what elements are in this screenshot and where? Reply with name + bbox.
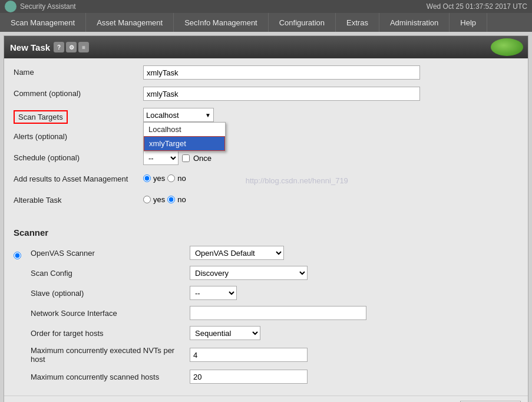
- form-area: Name Comment (optional) Scan Targets Loc…: [4, 58, 528, 222]
- alterable-yes-label: yes: [153, 195, 165, 204]
- name-input[interactable]: [143, 65, 420, 80]
- max-nvt-row: Maximum concurrently executed NVTs per h…: [31, 346, 518, 364]
- alterable-no-radio[interactable]: [167, 196, 175, 203]
- page-title-bar: New Task ? ⚙ ≡: [4, 36, 528, 58]
- nav-help[interactable]: Help: [450, 13, 487, 32]
- slave-select[interactable]: --: [190, 286, 237, 300]
- slave-label: Slave (optional): [31, 289, 190, 298]
- scanner-section: Scanner OpenVAS Scanner OpenVAS Default …: [4, 222, 528, 396]
- scan-config-label: Scan Config: [31, 269, 190, 278]
- schedule-once-checkbox[interactable]: [182, 154, 190, 162]
- popup-item-xmlytarget[interactable]: xmlyTarget: [144, 136, 225, 151]
- green-oval-decoration: [491, 38, 523, 56]
- nav-bar: Scan Management Asset Management SecInfo…: [0, 13, 532, 32]
- brand: Security Assistant: [5, 1, 76, 12]
- list-icon[interactable]: ≡: [78, 42, 89, 52]
- scanner-title: Scanner: [14, 228, 518, 240]
- scan-targets-select[interactable]: Localhost ▼: [143, 108, 214, 122]
- nav-configuration[interactable]: Configuration: [269, 13, 336, 32]
- alterable-no-label: no: [177, 195, 186, 204]
- page-title: New Task: [10, 42, 50, 52]
- add-results-yes-label: yes: [153, 174, 165, 183]
- alerts-label: Alerts (optional): [14, 130, 143, 141]
- schedule-once-label: Once: [193, 154, 212, 163]
- network-source-row: Network Source Interface: [31, 306, 518, 320]
- max-hosts-row: Maximum concurrently scanned hosts: [31, 370, 518, 384]
- nav-administration[interactable]: Administration: [379, 13, 450, 32]
- bottom-bar: Create Task: [4, 396, 528, 402]
- add-results-radio-group: yes no: [143, 172, 186, 183]
- title-icons: ? ⚙ ≡: [54, 42, 89, 52]
- scan-config-row: Scan Config Discovery Full and fast Full…: [31, 266, 518, 280]
- slave-row: Slave (optional) --: [31, 286, 518, 300]
- openvas-scanner-select[interactable]: OpenVAS Default: [190, 246, 284, 260]
- page-title-wrapper: New Task ? ⚙ ≡: [4, 36, 528, 58]
- alterable-label: Alterable Task: [14, 193, 143, 205]
- scanner-inner: OpenVAS Scanner OpenVAS Default Scan Con…: [14, 246, 518, 390]
- nav-asset-management[interactable]: Asset Management: [86, 13, 174, 32]
- schedule-row: Schedule (optional) -- Once: [14, 151, 518, 166]
- network-source-label: Network Source Interface: [31, 309, 190, 318]
- scanner-fields: OpenVAS Scanner OpenVAS Default Scan Con…: [31, 246, 518, 390]
- alterable-radio-group: yes no: [143, 193, 186, 204]
- schedule-select[interactable]: --: [143, 151, 179, 165]
- openvas-scanner-label: OpenVAS Scanner: [31, 249, 190, 258]
- openvas-scanner-row: OpenVAS Scanner OpenVAS Default: [31, 246, 518, 260]
- scan-targets-dropdown-wrapper: Localhost ▼ Localhost xmlyTarget: [143, 108, 214, 122]
- brand-logo: [5, 1, 16, 12]
- max-hosts-label: Maximum concurrently scanned hosts: [31, 373, 190, 381]
- dropdown-arrow: ▼: [205, 112, 211, 118]
- order-select[interactable]: Sequential Random Reverse: [190, 326, 260, 340]
- name-row: Name: [14, 65, 518, 81]
- schedule-controls: -- Once: [143, 151, 212, 165]
- scanner-radio-btn[interactable]: [14, 252, 21, 259]
- brand-name: Security Assistant: [20, 2, 76, 11]
- gear-icon[interactable]: ⚙: [66, 42, 77, 52]
- alterable-row: Alterable Task yes no: [14, 193, 518, 209]
- top-header: Security Assistant Wed Oct 25 01:37:52 2…: [0, 0, 532, 13]
- scan-config-select[interactable]: Discovery Full and fast Full and fast ul…: [190, 266, 308, 280]
- alterable-yes-radio[interactable]: [143, 196, 151, 203]
- add-results-row: Add results to Asset Management yes no: [14, 172, 518, 187]
- nav-secinfo-management[interactable]: SecInfo Management: [174, 13, 269, 32]
- main-content: New Task ? ⚙ ≡ Name Comment (optional) S…: [4, 35, 528, 402]
- scanner-radio: [14, 252, 21, 261]
- add-results-no-radio[interactable]: [167, 174, 175, 182]
- scan-targets-label: Scan Targets: [14, 108, 143, 124]
- max-hosts-input[interactable]: [190, 370, 308, 384]
- order-label: Order for target hosts: [31, 329, 190, 338]
- order-row: Order for target hosts Sequential Random…: [31, 326, 518, 340]
- datetime: Wed Oct 25 01:37:52 2017 UTC: [427, 2, 527, 11]
- name-label: Name: [14, 65, 143, 77]
- schedule-label: Schedule (optional): [14, 151, 143, 162]
- network-source-input[interactable]: [190, 306, 366, 320]
- comment-label: Comment (optional): [14, 87, 143, 98]
- nav-scan-management[interactable]: Scan Management: [0, 13, 86, 32]
- scan-targets-row: Scan Targets Localhost ▼ Localhost xmlyT…: [14, 108, 518, 124]
- nav-extras[interactable]: Extras: [336, 13, 379, 32]
- max-nvt-label: Maximum concurrently executed NVTs per h…: [31, 346, 190, 364]
- add-results-no-label: no: [177, 174, 186, 183]
- alerts-row: Alerts (optional): [14, 130, 518, 145]
- help-icon[interactable]: ?: [54, 42, 64, 52]
- max-nvt-input[interactable]: [190, 348, 308, 362]
- add-results-label: Add results to Asset Management: [14, 172, 143, 183]
- scan-targets-popup: Localhost xmlyTarget: [143, 122, 226, 151]
- add-results-yes-radio[interactable]: [143, 174, 151, 182]
- comment-input[interactable]: [143, 87, 420, 101]
- popup-item-localhost[interactable]: Localhost: [144, 123, 225, 136]
- comment-row: Comment (optional): [14, 87, 518, 102]
